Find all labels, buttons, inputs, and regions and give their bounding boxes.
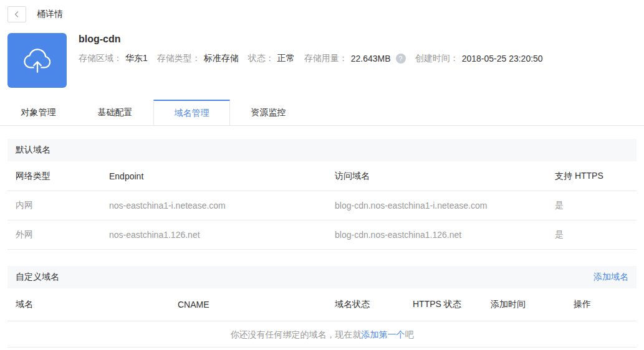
- custom-domain-section-header: 自定义域名 添加域名: [7, 266, 637, 288]
- bucket-details: 存储区域： 华东1 存储类型： 标准存储 状态： 正常 存储用量： 22.643…: [79, 53, 552, 64]
- custom-domain-title: 自定义域名: [16, 272, 59, 283]
- default-domain-section: 默认域名 网络类型 Endpoint 访问域名 支持 HTTPS 内网 nos-…: [7, 139, 637, 250]
- custom-domain-table-header: 域名 CNAME 域名状态 HTTPS 状态 添加时间 操作: [7, 288, 637, 321]
- column-cname: CNAME: [178, 300, 335, 310]
- help-icon[interactable]: ?: [396, 54, 406, 64]
- cell-access-domain: blog-cdn.nos-eastchina1.126.net: [335, 230, 555, 240]
- default-domain-section-header: 默认域名: [7, 139, 637, 161]
- detail-storage-usage: 存储用量： 22.643MB ?: [304, 53, 406, 64]
- cell-access-domain: blog-cdn.nos-eastchina1-i.netease.com: [335, 201, 555, 210]
- table-row: 外网 nos-eastchina1.126.net blog-cdn.nos-e…: [7, 220, 637, 250]
- bucket-name: blog-cdn: [79, 34, 552, 45]
- tab-object-management[interactable]: 对象管理: [0, 100, 77, 125]
- column-endpoint: Endpoint: [109, 171, 335, 181]
- empty-state: 你还没有任何绑定的域名，现在就添加第一个吧: [7, 321, 637, 348]
- empty-state-text: 你还没有任何绑定的域名，现在就: [231, 329, 362, 339]
- cloud-upload-icon: [21, 44, 54, 77]
- tab-bar: 对象管理 基础配置 域名管理 资源监控: [0, 100, 644, 126]
- add-domain-button[interactable]: 添加域名: [594, 272, 628, 283]
- column-network-type: 网络类型: [7, 171, 109, 182]
- cell-endpoint: nos-eastchina1.126.net: [109, 230, 335, 240]
- tab-resource-monitor[interactable]: 资源监控: [230, 100, 307, 125]
- bucket-icon: [7, 33, 67, 88]
- column-add-time: 添加时间: [491, 299, 574, 310]
- column-https-status: HTTPS 状态: [413, 299, 491, 310]
- empty-state-text-suffix: 吧: [405, 329, 414, 339]
- add-first-domain-link[interactable]: 添加第一个: [362, 329, 405, 339]
- bucket-info: blog-cdn 存储区域： 华东1 存储类型： 标准存储 状态： 正常 存储用…: [79, 33, 552, 88]
- tab-basic-config[interactable]: 基础配置: [77, 100, 153, 125]
- tab-domain-management[interactable]: 域名管理: [153, 100, 230, 125]
- cell-network-type: 外网: [7, 229, 109, 240]
- cell-endpoint: nos-eastchina1-i.netease.com: [109, 201, 335, 210]
- back-button[interactable]: [7, 6, 26, 22]
- detail-status: 状态： 正常: [248, 53, 295, 64]
- detail-created-time: 创建时间： 2018-05-25 23:20:50: [415, 53, 543, 64]
- column-actions: 操作: [574, 299, 637, 310]
- cell-https-support: 是: [555, 200, 637, 211]
- column-https-support: 支持 HTTPS: [555, 171, 637, 182]
- bucket-header: blog-cdn 存储区域： 华东1 存储类型： 标准存储 状态： 正常 存储用…: [7, 33, 637, 88]
- default-domain-title: 默认域名: [16, 144, 50, 156]
- table-row: 内网 nos-eastchina1-i.netease.com blog-cdn…: [7, 191, 637, 220]
- cell-network-type: 内网: [7, 200, 109, 211]
- custom-domain-section: 自定义域名 添加域名 域名 CNAME 域名状态 HTTPS 状态 添加时间 操…: [7, 266, 637, 348]
- cell-https-support: 是: [555, 229, 637, 240]
- topbar: 桶详情: [7, 6, 637, 22]
- column-domain: 域名: [7, 299, 178, 310]
- default-domain-table-header: 网络类型 Endpoint 访问域名 支持 HTTPS: [7, 161, 637, 191]
- detail-storage-type: 存储类型： 标准存储: [157, 53, 239, 64]
- chevron-left-icon: [13, 11, 21, 18]
- detail-storage-region: 存储区域： 华东1: [79, 53, 148, 64]
- column-domain-status: 域名状态: [335, 299, 413, 310]
- page-title: 桶详情: [37, 9, 63, 20]
- column-access-domain: 访问域名: [335, 171, 555, 182]
